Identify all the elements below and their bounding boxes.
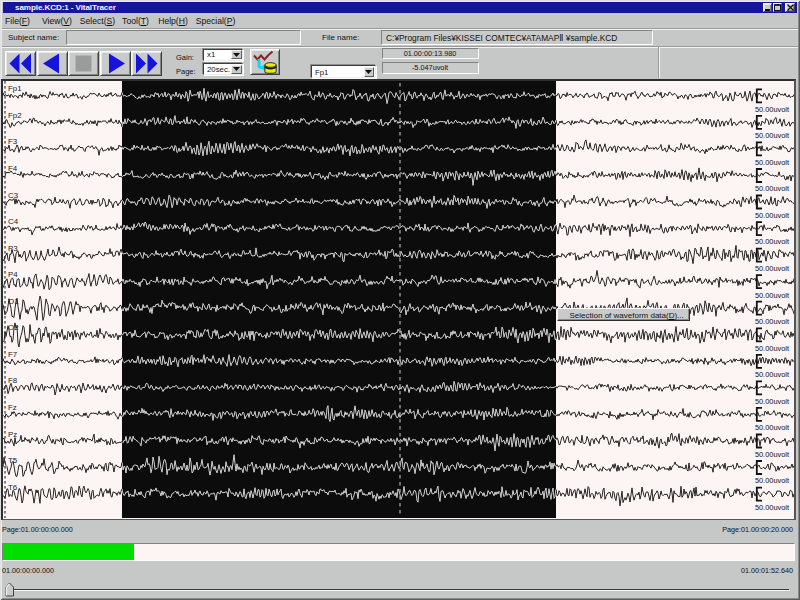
svg-text:50.00uvolt: 50.00uvolt [755, 344, 789, 353]
svg-text:50.00uvolt: 50.00uvolt [755, 105, 789, 114]
svg-text:50.00uvolt: 50.00uvolt [755, 264, 789, 273]
svg-text:50.00uvolt: 50.00uvolt [755, 158, 789, 167]
svg-text:C3: C3 [8, 191, 19, 200]
svg-text:P3: P3 [8, 244, 18, 253]
svg-text:Fz: Fz [8, 403, 17, 412]
svg-text:50.00uvolt: 50.00uvolt [755, 397, 789, 406]
svg-text:50.00uvolt: 50.00uvolt [755, 503, 789, 512]
svg-text:50.00uvolt: 50.00uvolt [755, 423, 789, 432]
svg-text:C4: C4 [8, 217, 19, 226]
svg-text:50.00uvolt: 50.00uvolt [755, 370, 789, 379]
svg-text:T5: T5 [8, 456, 18, 465]
svg-text:T6: T6 [8, 483, 18, 492]
svg-text:50.00uvolt: 50.00uvolt [755, 317, 789, 326]
svg-text:50.00uvolt: 50.00uvolt [755, 476, 789, 485]
svg-text:Fp1: Fp1 [8, 84, 22, 93]
svg-text:P4: P4 [8, 270, 18, 279]
svg-text:50.00uvolt: 50.00uvolt [755, 450, 789, 459]
svg-text:F8: F8 [8, 376, 18, 385]
svg-text:F3: F3 [8, 137, 18, 146]
svg-text:Fp2: Fp2 [8, 111, 22, 120]
svg-text:F4: F4 [8, 164, 18, 173]
svg-text:50.00uvolt: 50.00uvolt [755, 131, 789, 140]
svg-text:50.00uvolt: 50.00uvolt [755, 237, 789, 246]
svg-text:O1: O1 [8, 297, 19, 306]
svg-text:50.00uvolt: 50.00uvolt [755, 291, 789, 300]
svg-text:50.00uvolt: 50.00uvolt [755, 184, 789, 193]
svg-text:Pz: Pz [8, 430, 17, 439]
svg-text:F7: F7 [8, 350, 17, 359]
svg-text:O2: O2 [8, 323, 19, 332]
svg-text:50.00uvolt: 50.00uvolt [755, 211, 789, 220]
